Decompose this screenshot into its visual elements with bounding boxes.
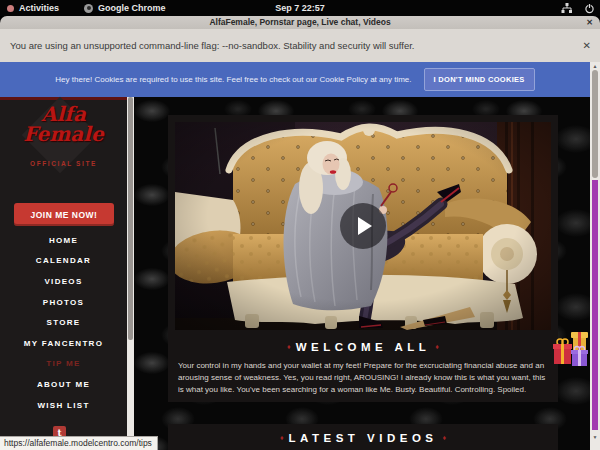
diamond-bullet-icon: ♦: [438, 434, 452, 441]
sidebar-item-videos[interactable]: VIDEOS: [0, 271, 127, 292]
sidebar-item-my-fancentro[interactable]: MY FANCENTRO: [0, 333, 127, 354]
sidebar-item-store[interactable]: STORE: [0, 312, 127, 333]
sidebar-scrollbar[interactable]: [127, 97, 134, 450]
play-button[interactable]: [340, 203, 386, 249]
sidebar-item-calendar[interactable]: CALENDAR: [0, 251, 127, 272]
window-title: AlfaFemale, Pornstar page, Live chat, Vi…: [0, 16, 600, 29]
network-icon: [561, 3, 573, 14]
sidebar-item-home[interactable]: HOME: [0, 230, 127, 251]
welcome-paragraph: Your control in my hands and your wallet…: [175, 360, 551, 396]
cookie-message: Hey there! Cookies are required to use t…: [55, 75, 411, 84]
system-tray[interactable]: [561, 0, 595, 16]
gift-icon: [553, 328, 589, 370]
sidebar-item-tip-me[interactable]: TIP ME: [0, 354, 127, 375]
sidebar-item-wish-list[interactable]: WISH LIST: [0, 395, 127, 416]
latest-videos-heading-text: LATEST VIDEOS: [288, 432, 437, 444]
status-bar-url: https://alfafemale.modelcentro.com/tips: [0, 436, 158, 450]
browser-scrollbar-thumb[interactable]: [592, 70, 598, 178]
browser-scrollbar[interactable]: ▲ ▼: [590, 62, 600, 450]
cookie-banner: Hey there! Cookies are required to use t…: [0, 62, 590, 97]
sidebar-nav: HOME CALENDAR VIDEOS PHOTOS STORE MY FAN…: [0, 230, 127, 415]
sidebar-item-photos[interactable]: PHOTOS: [0, 292, 127, 313]
scroll-down-icon[interactable]: ▼: [590, 434, 600, 440]
gift-widget[interactable]: [553, 328, 589, 370]
flag-warning-close-icon[interactable]: ✕: [583, 29, 591, 62]
power-icon: [584, 3, 595, 14]
welcome-heading: ♦WELCOME ALL♦: [175, 341, 551, 353]
sidebar-scrollbar-thumb[interactable]: [128, 97, 133, 340]
diamond-bullet-icon: ♦: [275, 434, 289, 441]
diamond-bullet-icon: ♦: [282, 343, 296, 350]
close-icon[interactable]: ✕: [586, 16, 593, 29]
web-page: Alfa Female OFFICIAL SITE JOIN ME NOW! H…: [0, 97, 590, 450]
play-icon: [358, 217, 372, 235]
gnome-top-bar: Activities Google Chrome Sep 7 22:57: [0, 0, 600, 16]
official-site-tagline: OFFICIAL SITE: [0, 160, 127, 167]
site-logo[interactable]: Alfa Female: [0, 103, 127, 143]
latest-videos-heading: ♦LATEST VIDEOS♦: [168, 432, 558, 444]
scroll-up-icon[interactable]: ▲: [590, 63, 600, 69]
sidebar: Alfa Female OFFICIAL SITE JOIN ME NOW! H…: [0, 100, 127, 450]
scrollbar-purple-track: [592, 180, 598, 430]
latest-videos-card: ♦LATEST VIDEOS♦: [168, 424, 558, 450]
video-player[interactable]: [175, 122, 551, 330]
screen: Activities Google Chrome Sep 7 22:57 Alf…: [0, 0, 600, 450]
flag-warning-text: You are using an unsupported command-lin…: [10, 29, 415, 62]
flag-warning-bar: You are using an unsupported command-lin…: [0, 29, 600, 62]
cookie-accept-button[interactable]: I DON'T MIND COOKIES: [424, 68, 535, 91]
welcome-heading-text: WELCOME ALL: [296, 341, 431, 353]
join-me-now-button[interactable]: JOIN ME NOW!: [14, 203, 114, 226]
clock[interactable]: Sep 7 22:57: [0, 0, 600, 16]
sidebar-item-about-me[interactable]: ABOUT ME: [0, 374, 127, 395]
main-content: ♦WELCOME ALL♦ Your control in my hands a…: [134, 97, 590, 450]
welcome-card: ♦WELCOME ALL♦ Your control in my hands a…: [168, 115, 558, 402]
window-titlebar[interactable]: AlfaFemale, Pornstar page, Live chat, Vi…: [0, 16, 600, 29]
diamond-bullet-icon: ♦: [430, 343, 444, 350]
logo-line2: Female: [0, 125, 127, 143]
